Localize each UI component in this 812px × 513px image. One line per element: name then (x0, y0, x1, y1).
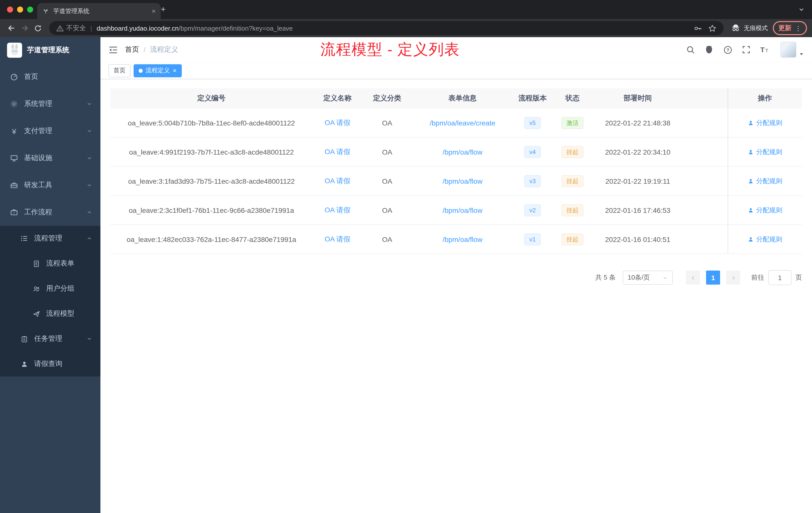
reload-icon[interactable] (31, 22, 44, 35)
app-title: 芋道管理系统 (27, 46, 69, 55)
sidebar-item-infrastructure[interactable]: 基础设施 (0, 145, 100, 172)
incognito-label: 无痕模式 (744, 24, 768, 32)
definition-id: oa_leave:3:1fad3d93-7b75-11ec-a3c8-acde4… (111, 167, 312, 195)
user-menu[interactable] (780, 42, 804, 58)
zoom-window-button[interactable] (27, 6, 33, 12)
next-page-button[interactable] (726, 271, 740, 284)
page-size-value: 10条/页 (628, 273, 650, 282)
deploy-time: 2022-01-22 19:19:11 (593, 167, 683, 195)
sidebar-item-system[interactable]: 系统管理 (0, 90, 100, 117)
sidebar-item-label: 用户分组 (46, 284, 74, 293)
column-header: 操作 (728, 88, 802, 109)
sidebar-item-process-form[interactable]: 流程表单 (0, 251, 100, 276)
tag-label: 首页 (114, 66, 125, 75)
form-link[interactable]: /bpm/oa/flow (443, 235, 483, 243)
avatar[interactable] (780, 42, 796, 58)
form-link[interactable]: /bpm/oa/flow (443, 206, 483, 214)
tag-process-definition[interactable]: 流程定义 × (134, 64, 181, 77)
browser-tab[interactable]: 芋道管理系统 × (37, 3, 161, 19)
yen-icon: ¥ (10, 127, 18, 135)
help-icon[interactable]: ? (723, 45, 733, 55)
bookmark-star-icon[interactable] (708, 24, 717, 32)
assign-rule-link[interactable]: 分配规则 (748, 147, 782, 156)
definition-name-link[interactable]: OA 请假 (325, 147, 350, 155)
page-size-select[interactable]: 10条/页 (623, 271, 673, 284)
sidebar-item-home[interactable]: 首页 (0, 63, 100, 90)
assign-rule-link[interactable]: 分配规则 (748, 235, 782, 244)
address-bar[interactable]: 不安全 | dashboard.yudao.iocoder.cn/bpm/man… (49, 21, 724, 35)
form-link[interactable]: /bpm/oa/flow (443, 177, 483, 185)
fullscreen-icon[interactable] (741, 45, 751, 55)
sidebar-item-process-management[interactable]: 流程管理 (0, 226, 100, 251)
minimize-window-button[interactable] (17, 6, 23, 12)
breadcrumb: 首页 / 流程定义 (125, 45, 178, 54)
deploy-time: 2022-01-16 01:40:51 (593, 224, 683, 254)
assign-rule-link[interactable]: 分配规则 (748, 176, 782, 185)
form-link[interactable]: /bpm/oa/flow (443, 148, 483, 156)
filler-cell (683, 137, 728, 167)
font-size-icon[interactable]: TT (760, 45, 770, 55)
url-path: /bpm/manager/definition?key=oa_leave (179, 24, 293, 32)
sidebar-item-payment[interactable]: ¥ 支付管理 (0, 117, 100, 145)
status-badge: 激活 (561, 117, 583, 129)
chevron-down-icon (86, 182, 92, 188)
page-number-button[interactable]: 1 (706, 271, 720, 284)
window-controls (7, 6, 33, 12)
definition-name-link[interactable]: OA 请假 (325, 176, 350, 184)
password-key-icon[interactable] (694, 24, 702, 32)
table-row: oa_leave:1:482ec033-762a-11ec-8477-a2380… (111, 224, 802, 254)
definition-id: oa_leave:1:482ec033-762a-11ec-8477-a2380… (111, 224, 312, 254)
briefcase-icon (10, 208, 18, 216)
chevron-down-icon (86, 101, 92, 107)
column-header: 部署时间 (593, 88, 683, 109)
github-icon[interactable] (704, 45, 714, 55)
sidebar-logo[interactable]: 芋道管理系统 (0, 37, 100, 63)
table-row: oa_leave:3:1fad3d93-7b75-11ec-a3c8-acde4… (111, 167, 802, 195)
logo-avatar (7, 43, 22, 58)
breadcrumb-home[interactable]: 首页 (125, 45, 139, 54)
back-icon[interactable] (5, 22, 18, 35)
tag-home[interactable]: 首页 (109, 64, 130, 77)
sidebar-item-label: 研发工具 (24, 181, 52, 190)
column-header: 状态 (552, 88, 593, 109)
definition-category: OA (362, 137, 412, 167)
new-tab-button[interactable]: + (158, 4, 169, 15)
column-header: 定义名称 (312, 88, 362, 109)
tag-close-icon[interactable]: × (173, 67, 176, 74)
chevron-down-icon (86, 155, 92, 161)
svg-text:T: T (765, 48, 768, 53)
close-window-button[interactable] (7, 6, 13, 12)
sidebar-item-user-group[interactable]: 用户分组 (0, 276, 100, 301)
sidebar-item-process-model[interactable]: 流程模型 (0, 301, 100, 326)
column-header: 流程版本 (513, 88, 552, 109)
tab-search-chevron-icon[interactable] (798, 6, 805, 13)
prev-page-button[interactable] (686, 271, 700, 284)
browser-update-button[interactable]: 更新 ⋮ (773, 21, 807, 35)
search-icon[interactable] (686, 45, 696, 55)
form-link[interactable]: /bpm/oa/leave/create (430, 119, 495, 127)
browser-tabstrip: 芋道管理系统 × + (0, 0, 812, 19)
column-header: 表单信息 (412, 88, 513, 109)
sidebar-item-leave-query[interactable]: 请假查询 (0, 351, 100, 376)
definition-id: oa_leave:5:004b710b-7b8a-11ec-8ef0-acde4… (111, 109, 312, 137)
browser-menu-icon[interactable]: ⋮ (795, 24, 802, 32)
goto-page-input[interactable] (768, 270, 791, 285)
definition-name-link[interactable]: OA 请假 (325, 206, 350, 214)
sidebar-item-task-management[interactable]: 任务管理 (0, 326, 100, 351)
table-header-row: 定义编号 定义名称 定义分类 表单信息 流程版本 状态 部署时间 操作 (111, 88, 802, 109)
definition-name-link[interactable]: OA 请假 (325, 118, 350, 126)
url-host: dashboard.yudao.iocoder.cn (97, 24, 179, 32)
sidebar-collapse-icon[interactable] (109, 45, 118, 55)
filler-cell (683, 224, 728, 254)
definition-name-link[interactable]: OA 请假 (325, 235, 350, 243)
sidebar-item-workflow[interactable]: 工作流程 (0, 199, 100, 226)
security-warning[interactable]: 不安全 (56, 24, 86, 33)
version-badge: v1 (524, 233, 541, 245)
update-label: 更新 (778, 24, 791, 33)
sidebar-item-dev-tools[interactable]: 研发工具 (0, 172, 100, 199)
assign-rule-link[interactable]: 分配规则 (748, 206, 782, 215)
forward-icon[interactable] (18, 22, 31, 35)
sidebar-item-label: 任务管理 (34, 334, 62, 343)
assign-rule-link[interactable]: 分配规则 (748, 118, 782, 127)
tab-close-icon[interactable]: × (152, 7, 156, 14)
